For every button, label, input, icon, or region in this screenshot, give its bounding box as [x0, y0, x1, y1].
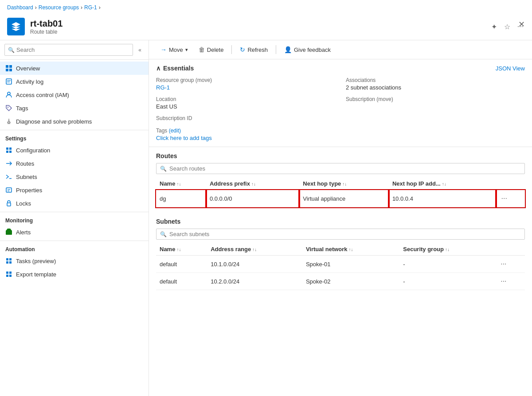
- subnet-more-button-0[interactable]: ···: [499, 259, 508, 269]
- search-icon: 🔍: [8, 47, 15, 53]
- sidebar-item-activity-log-label: Activity log: [16, 78, 43, 85]
- subscription-item: Subscription (move): [346, 96, 525, 110]
- sidebar-item-diagnose[interactable]: Diagnose and solve problems: [0, 115, 149, 128]
- favorite-button[interactable]: ☆: [502, 21, 512, 33]
- subnets-search-field: 🔍: [156, 229, 525, 240]
- sidebar-item-activity-log[interactable]: Activity log: [0, 75, 149, 88]
- sidebar-item-locks[interactable]: Locks: [0, 197, 149, 210]
- sidebar-item-properties[interactable]: Properties: [0, 183, 149, 197]
- sort-arrows-hop-ip[interactable]: ↑↓: [442, 182, 446, 186]
- sidebar-item-routes[interactable]: Routes: [0, 157, 149, 170]
- sidebar-item-tasks[interactable]: Tasks (preview): [0, 254, 149, 268]
- sidebar-item-alerts-label: Alerts: [16, 229, 31, 236]
- sort-arrows-name[interactable]: ↑↓: [176, 182, 181, 186]
- associations-label: Associations: [346, 77, 525, 83]
- subnet-range-0: 10.1.0.0/24: [207, 256, 302, 273]
- sidebar-item-export[interactable]: Export template: [0, 268, 149, 281]
- associations-item: Associations 2 subnet associations: [346, 77, 525, 91]
- sort-arrows-sg[interactable]: ↑↓: [445, 247, 450, 252]
- svg-rect-27: [9, 275, 12, 277]
- routes-search-input[interactable]: [169, 165, 521, 172]
- subnets-search-icon: 🔍: [160, 231, 167, 237]
- feedback-button[interactable]: 👤 Give feedback: [280, 44, 335, 55]
- subnets-table-row-1[interactable]: default 10.2.0.0/24 Spoke-02 - ···: [156, 273, 525, 290]
- breadcrumb-dashboard[interactable]: Dashboard: [7, 4, 33, 11]
- svg-rect-18: [6, 230, 12, 235]
- json-view-link[interactable]: JSON View: [496, 65, 525, 72]
- route-name-dg: dg: [156, 190, 206, 207]
- sidebar-item-export-label: Export template: [16, 271, 56, 278]
- search-input[interactable]: [4, 44, 133, 56]
- associations-value: 2 subnet associations: [346, 84, 525, 91]
- resource-group-link[interactable]: RG-1: [156, 84, 170, 91]
- subnets-icon: [5, 173, 12, 180]
- sidebar-item-locks-label: Locks: [16, 200, 31, 207]
- toolbar: → Move ▾ 🗑 Delete ↻ Refresh 👤 Give feedb…: [149, 40, 532, 59]
- sidebar-item-configuration[interactable]: Configuration: [0, 144, 149, 157]
- collapse-sidebar-button[interactable]: «: [136, 46, 144, 54]
- subnet-col-actions: [495, 243, 525, 256]
- search-box: 🔍 «: [0, 40, 149, 60]
- breadcrumb-resource-groups[interactable]: Resource groups: [39, 4, 79, 11]
- routes-icon: [5, 160, 12, 167]
- resource-group-label: Resource group (move): [156, 77, 335, 83]
- subnet-range-1: 10.2.0.0/24: [207, 273, 302, 290]
- move-button[interactable]: → Move ▾: [156, 44, 192, 55]
- svg-rect-25: [9, 272, 12, 274]
- sidebar-item-properties-label: Properties: [16, 187, 42, 194]
- add-tags-link[interactable]: Click here to add tags: [156, 135, 525, 141]
- sidebar-navigation: Overview Activity log Access control (IA…: [0, 60, 149, 396]
- refresh-button[interactable]: ↻ Refresh: [235, 44, 272, 55]
- route-more-button-dg[interactable]: ···: [500, 194, 509, 203]
- subnet-vnet-1: Spoke-02: [302, 273, 399, 290]
- col-next-hop-ip: Next hop IP add...↑↓: [389, 178, 496, 190]
- subnet-sg-1: -: [399, 273, 495, 290]
- essentials-collapse-icon[interactable]: ∧: [156, 65, 160, 72]
- route-hop-ip-dg: 10.0.0.4: [389, 190, 496, 207]
- delete-button[interactable]: 🗑 Delete: [194, 44, 228, 55]
- subnet-vnet-0: Spoke-01: [302, 256, 399, 273]
- sort-arrows-subnet-name[interactable]: ↑↓: [176, 247, 181, 252]
- routes-table-header: Name↑↓ Address prefix↑↓ Next hop type↑↓ …: [156, 178, 525, 190]
- svg-rect-10: [6, 148, 8, 150]
- sort-arrows-range[interactable]: ↑↓: [252, 247, 257, 252]
- svg-point-8: [8, 107, 8, 108]
- subnets-search-input[interactable]: [169, 231, 521, 237]
- subnets-table-row-0[interactable]: default 10.1.0.0/24 Spoke-01 - ···: [156, 256, 525, 273]
- subnet-col-sg: Security group↑↓: [399, 243, 495, 256]
- tags-icon: [5, 105, 12, 112]
- move-dropdown-icon: ▾: [185, 47, 188, 53]
- svg-point-7: [8, 92, 10, 95]
- pin-button[interactable]: ✦: [489, 21, 499, 33]
- subnet-more-button-1[interactable]: ···: [499, 276, 508, 286]
- routes-table-row-dg[interactable]: dg 0.0.0.0/0 Virtual appliance 10.0.0.4 …: [156, 190, 525, 207]
- sort-arrows-hop-type[interactable]: ↑↓: [342, 182, 347, 186]
- subnet-name-1: default: [156, 273, 207, 290]
- sidebar-item-alerts[interactable]: Alerts: [0, 225, 149, 239]
- tags-edit-link[interactable]: (edit): [169, 128, 181, 134]
- sidebar-item-subnets[interactable]: Subnets: [0, 170, 149, 183]
- breadcrumb-rg1[interactable]: RG-1: [84, 4, 97, 11]
- svg-rect-20: [6, 258, 8, 260]
- sort-arrows-prefix[interactable]: ↑↓: [251, 182, 256, 186]
- automation-section-header: Automation: [0, 241, 149, 254]
- sidebar-item-subnets-label: Subnets: [16, 174, 37, 180]
- location-label: Location: [156, 96, 335, 102]
- sidebar-item-overview-label: Overview: [16, 65, 40, 72]
- svg-rect-3: [9, 69, 12, 71]
- feedback-icon: 👤: [284, 46, 292, 53]
- sidebar-item-access-control[interactable]: Access control (IAM): [0, 88, 149, 101]
- subnet-col-name: Name↑↓: [156, 243, 207, 256]
- location-value: East US: [156, 103, 335, 110]
- close-button[interactable]: ✕: [518, 19, 525, 29]
- sidebar-item-overview[interactable]: Overview: [0, 62, 149, 75]
- tags-item: Tags (edit) Click here to add tags: [156, 128, 525, 141]
- sort-arrows-vnet[interactable]: ↑↓: [349, 247, 353, 252]
- sidebar-item-tasks-label: Tasks (preview): [16, 258, 56, 264]
- locks-icon: [5, 200, 12, 207]
- svg-rect-14: [6, 188, 12, 192]
- sidebar-item-tags[interactable]: Tags: [0, 101, 149, 115]
- sidebar-item-tags-label: Tags: [16, 105, 28, 112]
- toolbar-divider-2: [276, 45, 276, 54]
- sidebar-item-routes-label: Routes: [16, 160, 34, 167]
